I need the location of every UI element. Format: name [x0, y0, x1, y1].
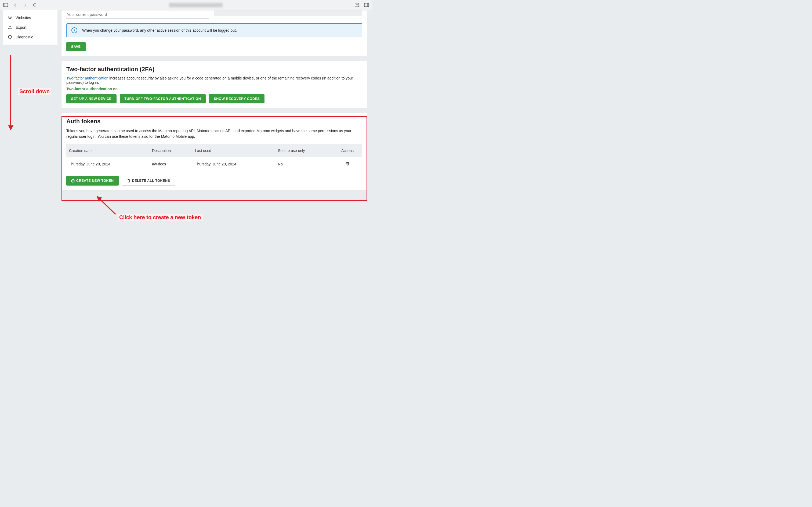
- password-card: i When you change your password, any oth…: [61, 10, 367, 56]
- cell-secure: No: [275, 157, 333, 171]
- cell-creation: Thursday, June 20, 2024: [66, 157, 149, 171]
- twofa-link[interactable]: Two-factor authentication: [66, 76, 108, 80]
- main-content: i When you change your password, any oth…: [61, 10, 367, 227]
- svg-rect-0: [3, 3, 8, 7]
- col-secure: Secure use only: [275, 144, 333, 157]
- tokens-table: Creation date Description Last used Secu…: [66, 144, 362, 171]
- twofa-title: Two-factor authentication (2FA): [66, 66, 362, 73]
- save-button[interactable]: SAVE: [66, 42, 85, 51]
- trash-icon: [127, 179, 130, 183]
- export-icon: [7, 25, 12, 30]
- twofa-card: Two-factor authentication (2FA) Two-fact…: [61, 61, 367, 109]
- forward-icon: [22, 2, 28, 8]
- sidebar: Websites Export Diagnostic: [3, 10, 57, 45]
- twofa-description: Two-factor authentication increases acco…: [66, 76, 362, 84]
- tokens-title: Auth tokens: [66, 118, 362, 125]
- cell-lastused: Thursday, June 20, 2024: [192, 157, 275, 171]
- plus-circle-icon: [71, 179, 75, 183]
- delete-all-tokens-button[interactable]: DELETE ALL TOKENS: [122, 176, 175, 185]
- annotation-scroll-down: Scroll down: [18, 88, 51, 95]
- current-password-input[interactable]: [66, 10, 209, 18]
- col-actions: Actions: [333, 144, 362, 157]
- browser-toolbar: [0, 0, 372, 10]
- reader-icon[interactable]: [354, 2, 360, 8]
- password-help-box: [214, 10, 362, 16]
- info-icon: i: [71, 27, 77, 33]
- sidebar-item-label: Diagnostic: [15, 35, 33, 39]
- diagnostic-icon: [7, 35, 12, 40]
- sidebar-item-diagnostic[interactable]: Diagnostic: [3, 32, 57, 42]
- info-text: When you change your password, any other…: [82, 28, 237, 33]
- sidebar-item-websites[interactable]: Websites: [3, 13, 57, 22]
- sidebar-toggle-icon[interactable]: [3, 2, 9, 8]
- delete-token-icon[interactable]: [346, 161, 350, 166]
- tokens-description: Tokens you have generated can be used to…: [66, 128, 362, 139]
- setup-device-button[interactable]: SET UP A NEW DEVICE: [66, 94, 117, 103]
- annotation-arrow-down: [10, 55, 11, 130]
- table-row: Thursday, June 20, 2024 aw-docs Thursday…: [66, 157, 362, 171]
- reload-icon[interactable]: [32, 2, 38, 8]
- twofa-status: Two-factor authentication on.: [66, 87, 362, 91]
- col-lastused: Last used: [192, 144, 275, 157]
- svg-rect-6: [364, 3, 369, 7]
- password-info-banner: i When you change your password, any oth…: [66, 23, 362, 37]
- back-icon[interactable]: [12, 2, 18, 8]
- url-bar[interactable]: [169, 3, 223, 7]
- show-recovery-button[interactable]: SHOW RECOVERY CODES: [209, 94, 265, 103]
- turnoff-2fa-button[interactable]: TURN OFF TWO-FACTOR AUTHENTICATION: [120, 94, 206, 103]
- websites-icon: [7, 15, 12, 20]
- create-token-button[interactable]: CREATE NEW TOKEN: [66, 176, 119, 185]
- svg-point-8: [9, 17, 11, 18]
- sidebar-item-label: Export: [15, 25, 26, 30]
- col-creation: Creation date: [66, 144, 149, 157]
- cell-description: aw-docs: [149, 157, 192, 171]
- sidebar-item-label: Websites: [15, 15, 31, 20]
- sidebar-item-export[interactable]: Export: [3, 22, 57, 32]
- col-description: Description: [149, 144, 192, 157]
- panels-icon[interactable]: [363, 2, 369, 8]
- auth-tokens-card: Auth tokens Tokens you have generated ca…: [61, 113, 367, 191]
